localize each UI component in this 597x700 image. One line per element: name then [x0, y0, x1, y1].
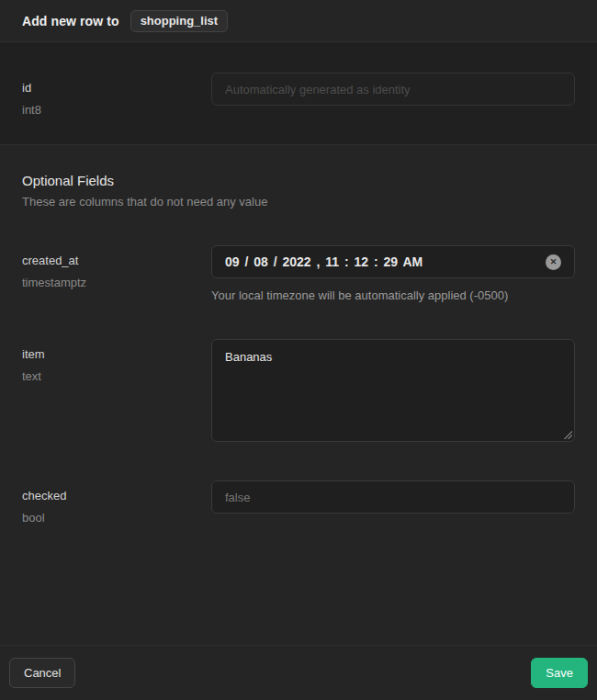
- field-labels-item: item text: [22, 339, 189, 442]
- field-label-created-at: created_at: [22, 254, 189, 267]
- field-row-created-at: created_at timestamptz 09 / 08 / 2022 , …: [22, 245, 575, 302]
- field-type-checked: bool: [22, 511, 189, 525]
- field-labels-id: id int8: [22, 73, 189, 117]
- created-at-value: 09 / 08 / 2022 , 11 : 12 : 29 AM: [225, 254, 422, 269]
- optional-section-header: Optional Fields These are columns that d…: [22, 145, 575, 209]
- created-at-input-col: 09 / 08 / 2022 , 11 : 12 : 29 AM ✕ Your …: [211, 245, 575, 302]
- field-type-id: int8: [22, 103, 189, 117]
- cancel-button[interactable]: Cancel: [9, 658, 75, 688]
- created-at-input[interactable]: 09 / 08 / 2022 , 11 : 12 : 29 AM ✕: [211, 245, 575, 278]
- optional-fields-subtitle: These are columns that do not need any v…: [22, 195, 575, 209]
- field-labels-created-at: created_at timestamptz: [22, 245, 189, 302]
- field-label-item: item: [22, 347, 189, 361]
- page-title: Add new row to: [22, 14, 119, 28]
- field-row-checked: checked bool: [22, 480, 575, 525]
- field-type-item: text: [22, 369, 189, 383]
- optional-fields-title: Optional Fields: [22, 173, 575, 188]
- table-name-badge: shopping_list: [130, 10, 229, 32]
- field-row-item: item text Bananas: [22, 339, 575, 442]
- field-row-id: id int8: [22, 73, 575, 117]
- checked-input-col: [211, 480, 575, 525]
- field-label-checked: checked: [22, 489, 189, 502]
- checked-input[interactable]: [211, 480, 575, 514]
- save-button[interactable]: Save: [531, 658, 588, 688]
- timezone-helper-text: Your local timezone will be automaticall…: [211, 288, 575, 302]
- required-fields-section: id int8: [0, 42, 597, 145]
- optional-fields-section: Optional Fields These are columns that d…: [0, 145, 597, 645]
- field-type-created-at: timestamptz: [22, 276, 189, 289]
- field-label-id: id: [22, 81, 189, 95]
- add-row-panel: Add new row to shopping_list id int8 Opt…: [0, 0, 597, 700]
- clear-date-button[interactable]: ✕: [546, 254, 561, 270]
- id-input-col: [211, 73, 575, 117]
- circle-x-icon: ✕: [550, 258, 558, 266]
- panel-footer: Cancel Save: [0, 645, 597, 700]
- item-input-col: Bananas: [211, 339, 575, 442]
- field-labels-checked: checked bool: [22, 480, 189, 525]
- panel-header: Add new row to shopping_list: [0, 0, 597, 42]
- item-textarea[interactable]: Bananas: [211, 339, 575, 442]
- id-input: [211, 73, 575, 106]
